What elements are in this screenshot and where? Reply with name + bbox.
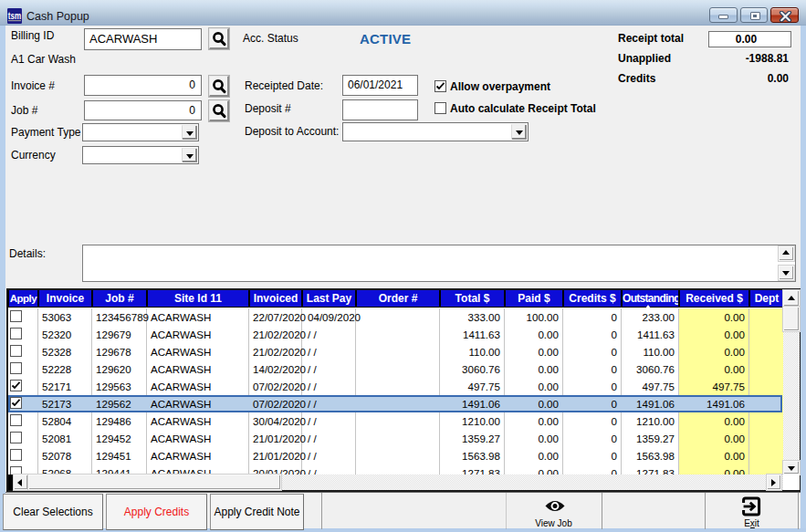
svg-text:tsm: tsm (8, 10, 22, 21)
